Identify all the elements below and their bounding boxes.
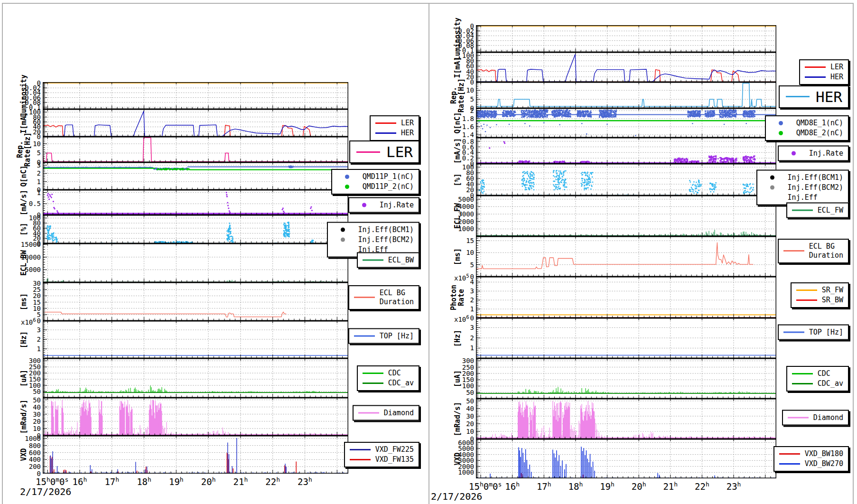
legend-item-label: HER <box>401 129 414 138</box>
legend-line-marker-icon <box>796 289 817 291</box>
y-axis-label: ECL_FW <box>454 203 461 229</box>
hour-label: 16h <box>505 480 520 491</box>
legend-dot-marker-icon <box>762 185 783 189</box>
legend-line-marker-icon <box>783 331 804 333</box>
subplot-right-ua <box>476 358 776 399</box>
legend-left-ima: LERHER <box>370 115 419 141</box>
legend-item-label: QMD11P_2(nC) <box>363 182 414 191</box>
subplot-right-mrad <box>476 399 776 439</box>
legend-dot-marker-icon <box>354 203 375 207</box>
legend-right-photon: SR_FWSR_BW <box>791 282 849 308</box>
legend-dot-marker-icon <box>771 121 792 125</box>
subplot-right-lum <box>476 25 776 52</box>
hour-label: 23h <box>727 480 741 491</box>
legend-line-marker-icon <box>788 417 809 418</box>
hour-label: 20h <box>632 480 646 491</box>
subplot-right-vxd <box>476 439 776 478</box>
y-axis-label: PhotonRate <box>450 284 465 310</box>
legend-dot-marker-icon <box>333 228 354 232</box>
subplot-right-mas <box>476 138 776 164</box>
legend-line-marker-icon <box>375 122 396 124</box>
legend-item-label: CDC <box>818 369 830 378</box>
subplot-right-rep <box>476 82 776 108</box>
legend-line-marker-icon <box>792 210 813 211</box>
start-time-label: 15h0m0s <box>469 480 502 491</box>
legend-item-label: SR_FW <box>822 286 843 295</box>
axis-exponent-label: x106 <box>454 314 469 323</box>
subplot-right-ima <box>476 52 776 82</box>
legend-dot-marker-icon <box>337 175 358 179</box>
legend-line-marker-icon <box>354 335 375 336</box>
legend-line-marker-icon <box>779 463 800 465</box>
legend-dot-marker-icon <box>771 131 792 135</box>
y-axis-label: I[mA] <box>454 56 461 78</box>
legend-right-ms: ECL BG Duration <box>778 239 849 263</box>
legend-line-marker-icon <box>363 260 383 261</box>
legend-item-label: Inj.Eff(BCM2) <box>788 183 843 192</box>
legend-left-ecl: ECL_BW <box>357 252 419 268</box>
legend-line-marker-icon <box>363 383 383 384</box>
legend-line-marker-icon <box>805 76 826 78</box>
subplot-right-hz <box>476 318 776 358</box>
legend-item-label: ECL BG Duration <box>809 242 843 260</box>
legend-item-label: Inj.Eff(BCM2) <box>358 235 414 244</box>
legend-left-q: QMD11P_1(nC)QMD11P_2(nC) <box>331 169 419 195</box>
legend-item-label: Inj.Rate <box>809 149 843 158</box>
legend-left-vxd: VXD_FW225VXD_FW135 <box>344 442 419 467</box>
legend-line-marker-icon <box>783 250 804 252</box>
legend-line-marker-icon <box>785 96 810 97</box>
legend-right-q: QMD8E_1(nC)QMD8E_2(nC) <box>765 115 849 141</box>
legend-line-marker-icon <box>796 299 817 301</box>
legend-right-rep: HER <box>779 85 849 108</box>
legend-item-label: CDC_av <box>388 379 414 388</box>
hour-label: 22h <box>695 480 709 491</box>
legend-item-label: LER <box>401 119 414 128</box>
y-axis-label: [uA] <box>454 370 461 387</box>
y-axis-label: [%] <box>454 173 461 186</box>
legend-dot-marker-icon <box>337 185 358 189</box>
legend-line-marker-icon <box>354 297 375 298</box>
legend-dot-marker-icon <box>783 151 804 155</box>
y-axis-label: [Hz] <box>454 329 461 346</box>
subplot-right-photon <box>476 277 776 318</box>
legend-item-label: Inj.Eff(BCM1) <box>788 173 843 182</box>
y-axis-label: [ms] <box>454 248 461 265</box>
legend-item-label: VXD_BW270 <box>805 459 843 468</box>
date-label-right: 2/17/2026 <box>431 492 482 502</box>
legend-item-label: LER <box>386 143 413 160</box>
legend-right-ima: LERHER <box>799 59 849 85</box>
y-axis-label: [mRad/s] <box>454 401 461 436</box>
subplot-right-pct <box>476 164 776 196</box>
legend-line-marker-icon <box>792 383 813 384</box>
hour-label: 18h <box>568 480 583 491</box>
y-tick-label: 50 <box>439 389 474 396</box>
legend-item-label: HER <box>816 88 842 105</box>
legend-item-label: Diamond <box>384 409 414 418</box>
legend-left-ms: ECL BG Duration <box>348 285 419 310</box>
legend-item-label: CDC_av <box>818 379 843 388</box>
legend-dot-marker-icon <box>333 238 354 242</box>
legend-item-label: VXD_BW180 <box>805 449 843 458</box>
legend-item-label: ECL_BW <box>388 256 414 265</box>
legend-right-vxd: VXD_BW180VXD_BW270 <box>773 446 849 472</box>
legend-dot-marker-icon <box>762 175 783 179</box>
legend-left-hz: TOP [Hz] <box>348 328 419 344</box>
hour-label: 21h <box>663 480 678 491</box>
legend-line-marker-icon <box>358 412 379 414</box>
legend-right-hz: TOP [Hz] <box>778 324 849 340</box>
subplot-right-ecl <box>476 196 776 236</box>
legend-item-label: LER <box>830 63 843 72</box>
legend-right-mrad: Diamond <box>782 410 849 425</box>
panel-right: 0-0.02-0.04-0.06-0.08-0.1Luminosity10080… <box>0 0 857 504</box>
legend-item-label: Inj.Eff <box>788 193 818 202</box>
legend-left-rep: LER <box>349 140 419 163</box>
legend-item-label: CDC <box>388 369 401 378</box>
legend-item-label: HER <box>830 73 843 82</box>
subplot-right-q <box>476 108 776 138</box>
y-tick-label: 15 <box>439 237 474 244</box>
legend-item-label: QMD8E_1(nC) <box>796 119 843 128</box>
hour-label: 17h <box>537 480 551 491</box>
legend-line-marker-icon <box>805 66 826 68</box>
y-axis-label: Q[nC] <box>454 112 461 133</box>
legend-line-marker-icon <box>779 453 800 455</box>
